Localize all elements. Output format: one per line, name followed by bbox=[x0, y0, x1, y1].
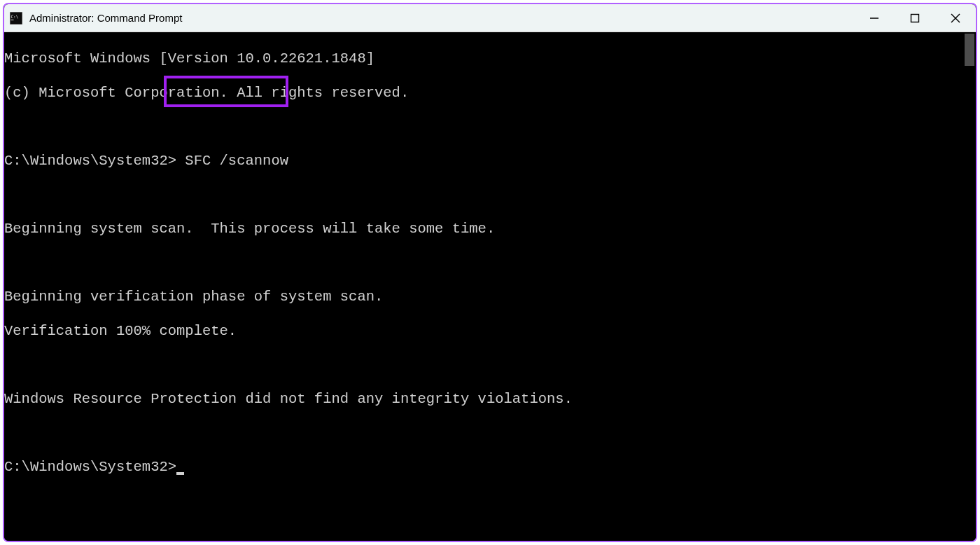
vertical-scrollbar-thumb[interactable] bbox=[965, 34, 974, 66]
minimize-icon bbox=[869, 13, 879, 23]
terminal-blank-line bbox=[4, 187, 963, 204]
terminal-blank-line bbox=[4, 118, 963, 135]
terminal-line: (c) Microsoft Corporation. All rights re… bbox=[4, 85, 963, 102]
terminal-line: C:\Windows\System32> bbox=[4, 459, 963, 476]
terminal-cursor bbox=[176, 472, 184, 475]
prompt-path: C:\Windows\System32> bbox=[4, 153, 176, 169]
svg-rect-2 bbox=[11, 20, 14, 20]
terminal-line: Beginning verification phase of system s… bbox=[4, 289, 963, 305]
terminal-line: Beginning system scan. This process will… bbox=[4, 221, 963, 237]
window-buttons bbox=[854, 4, 976, 32]
titlebar[interactable]: C:\ Administrator: Command Prompt bbox=[4, 4, 976, 32]
terminal-line: Windows Resource Protection did not find… bbox=[4, 391, 963, 408]
terminal-blank-line bbox=[4, 255, 963, 272]
entered-command: SFC /scannow bbox=[185, 153, 288, 169]
terminal-blank-line bbox=[4, 357, 963, 374]
close-button[interactable] bbox=[935, 4, 976, 32]
terminal-line: Verification 100% complete. bbox=[4, 323, 963, 340]
prompt-path: C:\Windows\System32> bbox=[4, 459, 176, 475]
window-title: Administrator: Command Prompt bbox=[29, 12, 854, 24]
terminal-area[interactable]: Microsoft Windows [Version 10.0.22621.18… bbox=[4, 32, 976, 541]
command-prompt-window: C:\ Administrator: Command Prompt bbox=[3, 3, 977, 542]
minimize-button[interactable] bbox=[854, 4, 895, 32]
terminal-blank-line bbox=[4, 425, 963, 442]
svg-text:C:\: C:\ bbox=[11, 14, 19, 19]
terminal-line: Microsoft Windows [Version 10.0.22621.18… bbox=[4, 50, 963, 67]
vertical-scrollbar-track[interactable] bbox=[963, 32, 976, 541]
close-icon bbox=[951, 13, 960, 23]
maximize-button[interactable] bbox=[895, 4, 935, 32]
terminal-line: C:\Windows\System32> SFC /scannow bbox=[4, 153, 963, 170]
terminal-content: Microsoft Windows [Version 10.0.22621.18… bbox=[4, 32, 963, 541]
cmd-icon: C:\ bbox=[10, 12, 22, 25]
svg-rect-4 bbox=[911, 14, 919, 22]
maximize-icon bbox=[910, 13, 920, 23]
